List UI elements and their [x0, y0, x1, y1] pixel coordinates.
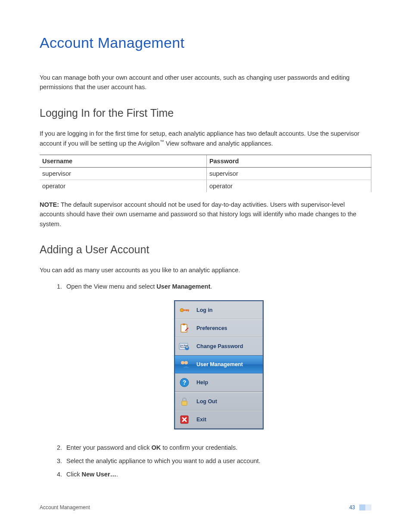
text: to confirm your credentials. [161, 444, 237, 451]
cell-password: operator [206, 180, 371, 192]
password-card-icon: User NamePassword [178, 340, 190, 352]
note-paragraph: NOTE: The default supervisor account sho… [40, 200, 371, 229]
text-bold: OK [151, 444, 161, 451]
text: Open the View menu and select [66, 283, 156, 290]
text: . [210, 283, 212, 290]
trademark-symbol: ™ [160, 139, 164, 144]
text: Enter your password and click [66, 444, 151, 451]
footer-page-number: 43 [349, 504, 355, 510]
help-icon: ? [178, 376, 190, 389]
svg-rect-3 [186, 310, 187, 311]
svg-point-0 [180, 308, 184, 312]
step-2: Enter your password and click OK to conf… [64, 442, 371, 453]
menu-item-exit[interactable]: Exit [175, 411, 263, 429]
note-text: The default supervisor account should no… [40, 201, 356, 227]
menu-label: Preferences [196, 324, 227, 333]
svg-text:?: ? [183, 379, 187, 386]
text: View software and analytic appliances. [164, 140, 273, 147]
svg-point-12 [181, 361, 184, 364]
svg-rect-16 [182, 401, 187, 405]
table-row: operator operator [40, 180, 371, 192]
document-page: Account Management You can manage both y… [0, 0, 411, 532]
menu-label: Change Password [196, 342, 243, 351]
section-heading-adduser: Adding a User Account [40, 243, 371, 256]
page-footer: Account Management 43 [40, 504, 371, 510]
text-bold: New User… [81, 471, 116, 478]
cell-username: supervisor [40, 167, 206, 180]
cell-username: operator [40, 180, 206, 192]
svg-point-11 [186, 346, 188, 348]
menu-item-help[interactable]: ? Help [175, 373, 263, 392]
steps-list: Open the View menu and select User Manag… [40, 281, 371, 480]
cell-password: supervisor [206, 167, 371, 180]
footer-decoration [359, 504, 371, 510]
step-4: Click New User…. [64, 469, 371, 480]
text: . [116, 471, 118, 478]
svg-rect-5 [183, 324, 185, 325]
key-icon [178, 304, 190, 316]
text-bold: User Management [156, 283, 210, 290]
table-header-password: Password [206, 155, 371, 167]
page-title: Account Management [40, 34, 371, 51]
menu-item-logout[interactable]: Log Out [175, 392, 263, 411]
menu-item-login[interactable]: Log in [175, 301, 263, 319]
svg-rect-4 [181, 324, 187, 332]
menu-label: User Management [196, 360, 243, 369]
menu-label: Exit [196, 415, 206, 424]
section-heading-login: Logging In for the First Time [40, 107, 371, 119]
adduser-paragraph: You can add as many user accounts as you… [40, 265, 371, 275]
menu-screenshot: Log in Preferences User NamePassword Cha… [66, 300, 371, 429]
close-icon [178, 414, 190, 426]
users-icon [178, 358, 190, 370]
svg-point-13 [184, 361, 188, 364]
table-header-username: Username [40, 155, 206, 167]
view-menu: Log in Preferences User NamePassword Cha… [174, 300, 264, 429]
menu-label: Log Out [196, 397, 217, 406]
intro-paragraph: You can manage both your own account and… [40, 73, 371, 92]
text: Click [66, 471, 81, 478]
menu-label: Help [196, 378, 208, 387]
lock-icon [178, 395, 190, 408]
step-3: Select the analytic appliance to which y… [64, 456, 371, 467]
menu-item-user-management[interactable]: User Management [175, 355, 263, 373]
menu-item-preferences[interactable]: Preferences [175, 319, 263, 337]
login-paragraph: If you are logging in for the first time… [40, 129, 371, 149]
step-1: Open the View menu and select User Manag… [64, 281, 371, 430]
footer-section-name: Account Management [40, 504, 90, 510]
menu-item-change-password[interactable]: User NamePassword Change Password [175, 337, 263, 355]
clipboard-icon [178, 322, 190, 334]
menu-label: Log in [196, 306, 213, 315]
credentials-table: Username Password supervisor supervisor … [40, 155, 371, 192]
table-row: supervisor supervisor [40, 167, 371, 180]
svg-rect-2 [188, 310, 189, 312]
note-label: NOTE: [40, 201, 59, 208]
